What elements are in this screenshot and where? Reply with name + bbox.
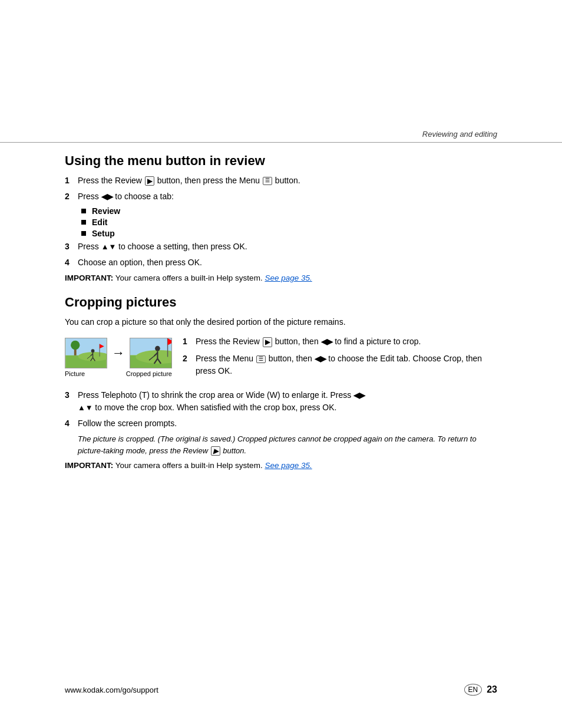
cropped-image [130,338,172,368]
step3-content: Press ▲▼ to choose a setting, then press… [78,241,497,253]
svg-point-5 [91,350,95,353]
caption-cropped: Cropped picture [126,370,172,377]
italic-note-text: The picture is cropped. (The original is… [78,434,477,455]
en-badge: EN [464,684,482,696]
crop-step3-num: 3 [65,389,78,401]
section1-title: Using the menu button in review [65,153,497,169]
important-text-2: Your camera offers a built-in Help syste… [115,461,263,470]
lr-arrows-2: ◀▶ [321,337,335,346]
step4: 4 Choose an option, then press OK. [65,256,497,269]
crop-step3-content: Press Telephoto (T) to shrink the crop a… [78,389,497,414]
important-label-1: IMPORTANT: [65,274,113,282]
tab-bullets: Review Edit Setup [81,206,497,238]
section2-title: Cropping pictures [65,295,497,310]
crop-step4-content: Follow the screen prompts. [78,417,497,430]
see-page-link-2[interactable]: See page 35. [265,461,312,470]
bullet-square-2 [81,220,86,225]
ud-arrows-2: ▲▼ [78,403,95,412]
arrow-right: → [112,345,125,361]
picture-svg [65,338,107,368]
caption-picture: Picture [65,370,85,377]
bullet-square-1 [81,209,86,213]
crop-step3: 3 Press Telephoto (T) to shrink the crop… [65,389,497,414]
page-number: 23 [487,684,497,695]
picture-image [65,338,107,368]
step3-text2: to choose a setting, then press OK. [118,242,247,251]
bullet-square-3 [81,231,86,236]
step1-text-after: button. [275,176,300,185]
bullet-edit: Edit [81,218,497,227]
content-area: Using the menu button in review 1 Press … [0,153,562,472]
bullet-review-label: Review [92,206,120,216]
crop-step4-num: 4 [65,417,78,430]
step4-content: Choose an option, then press OK. [78,256,497,269]
crop-steps: 1 Press the Review ▶ button, then ◀▶ to … [183,335,497,381]
crop-s3-text: Press Telephoto (T) to shrink the crop a… [78,390,351,400]
step1-num: 1 [65,174,78,187]
crop-images: → [65,338,172,377]
review-btn-icon-1: ▶ [145,176,154,186]
review-btn-icon-2: ▶ [263,337,272,347]
lr-arrows-1: ◀▶ [101,192,115,201]
cropped-svg [130,338,171,368]
lr-arrows-3: ◀▶ [315,354,329,363]
footer-page-area: EN 23 [464,684,497,696]
lr-arrows-4: ◀▶ [353,391,365,400]
step2-num: 2 [65,190,78,203]
step3: 3 Press ▲▼ to choose a setting, then pre… [65,241,497,253]
crop-s2-mid: button, then [269,354,312,363]
crop-step1: 1 Press the Review ▶ button, then ◀▶ to … [183,335,497,348]
section2: Cropping pictures You can crop a picture… [65,295,497,472]
section-label: Reviewing and editing [422,130,497,139]
step1: 1 Press the Review ▶ button, then press … [65,174,497,187]
step2-text2: to choose a tab: [115,192,174,201]
crop-captions: Picture Cropped picture [65,370,172,377]
bullet-setup-label: Setup [92,229,115,238]
crop-s1-before: Press the Review [196,337,260,346]
crop-s2-before: Press the Menu [196,354,253,363]
important-note-1: IMPORTANT: Your camera offers a built-in… [65,272,497,284]
bullet-edit-label: Edit [92,218,107,227]
step1-text-before: Press the Review [78,176,142,185]
step2: 2 Press ◀▶ to choose a tab: [65,190,497,203]
ud-arrows-1: ▲▼ [101,242,118,251]
crop-s1-after: to find a picture to crop. [335,337,421,346]
crop-images-row: → [65,338,172,368]
crop-step4: 4 Follow the screen prompts. [65,417,497,430]
svg-point-16 [155,346,160,351]
crop-step2-num: 2 [183,353,196,365]
crop-step2-content: Press the Menu ☰ button, then ◀▶ to choo… [196,353,497,377]
step4-num: 4 [65,256,78,269]
italic-note-end: button. [223,446,246,455]
page: Reviewing and editing Using the menu but… [0,0,562,728]
see-page-link-1[interactable]: See page 35. [265,274,312,282]
menu-btn-icon-2: ☰ [256,355,266,364]
bullet-review: Review [81,206,497,216]
crop-content: → [65,335,497,381]
step1-text-mid: button, then press the Menu [157,176,260,185]
crop-step1-num: 1 [183,335,196,348]
step2-content: Press ◀▶ to choose a tab: [78,190,497,203]
important-label-2: IMPORTANT: [65,461,113,470]
crop-step2: 2 Press the Menu ☰ button, then ◀▶ to ch… [183,353,497,377]
step1-content: Press the Review ▶ button, then press th… [78,174,497,187]
review-btn-icon-3: ▶ [211,446,220,456]
crop-step1-content: Press the Review ▶ button, then ◀▶ to fi… [196,335,497,348]
crop-intro: You can crop a picture so that only the … [65,316,497,328]
svg-point-4 [71,341,80,350]
step3-num: 3 [65,241,78,253]
important-text-1: Your camera offers a built-in Help syste… [115,274,263,282]
crop-s3-text2: to move the crop box. When satisfied wit… [95,403,336,412]
menu-btn-icon-1: ☰ [263,177,272,185]
step3-text: Press [78,242,99,251]
important-note-2: IMPORTANT: Your camera offers a built-in… [65,460,497,472]
page-footer: www.kodak.com/go/support EN 23 [0,684,562,696]
crop-s1-mid: button, then [275,337,319,346]
page-header: Reviewing and editing [0,0,562,143]
bullet-setup: Setup [81,229,497,238]
italic-note: The picture is cropped. (The original is… [78,433,497,456]
footer-url: www.kodak.com/go/support [65,686,158,694]
step2-text: Press [78,192,99,201]
